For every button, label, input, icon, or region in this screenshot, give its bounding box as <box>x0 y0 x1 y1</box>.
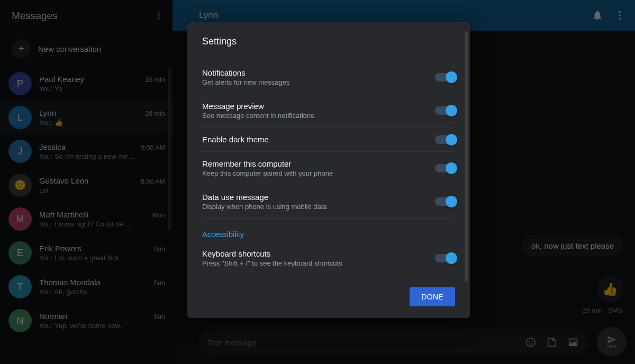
settings-title: Settings <box>202 36 455 47</box>
setting-subtitle: See message content in notifications <box>202 112 428 120</box>
setting-title: Message preview <box>202 102 428 111</box>
toggle-switch[interactable] <box>435 135 455 144</box>
toggle-switch[interactable] <box>435 164 455 172</box>
setting-subtitle: Press "Shift + /" to see the keyboard sh… <box>202 259 428 267</box>
dialog-scrollbar[interactable] <box>465 32 468 281</box>
toggle-switch[interactable] <box>435 73 455 81</box>
setting-subtitle: Display when phone is using mobile data <box>202 203 428 211</box>
setting-row[interactable]: Message previewSee message content in no… <box>202 94 455 128</box>
settings-dialog: Settings NotificationsGet alerts for new… <box>187 22 470 318</box>
setting-subtitle: Get alerts for new messages <box>202 78 428 86</box>
setting-row[interactable]: NotificationsGet alerts for new messages <box>202 61 455 94</box>
toggle-switch[interactable] <box>435 254 455 262</box>
toggle-switch[interactable] <box>435 106 455 115</box>
setting-title: Remember this computer <box>202 159 428 168</box>
setting-row[interactable]: Data use messageDisplay when phone is us… <box>202 185 455 219</box>
setting-title: Data use message <box>202 193 428 202</box>
setting-row-keyboard-shortcuts[interactable]: Keyboard shortcuts Press "Shift + /" to … <box>202 242 455 275</box>
done-button[interactable]: DONE <box>410 287 455 306</box>
setting-title: Enable dark theme <box>202 135 428 144</box>
accessibility-section-header: Accessibility <box>202 230 455 239</box>
setting-row[interactable]: Enable dark theme <box>202 128 455 152</box>
setting-title: Notifications <box>202 68 428 77</box>
toggle-switch[interactable] <box>435 197 455 206</box>
setting-title: Keyboard shortcuts <box>202 249 428 258</box>
setting-row[interactable]: Remember this computerKeep this computer… <box>202 152 455 185</box>
setting-subtitle: Keep this computer paired with your phon… <box>202 169 428 177</box>
